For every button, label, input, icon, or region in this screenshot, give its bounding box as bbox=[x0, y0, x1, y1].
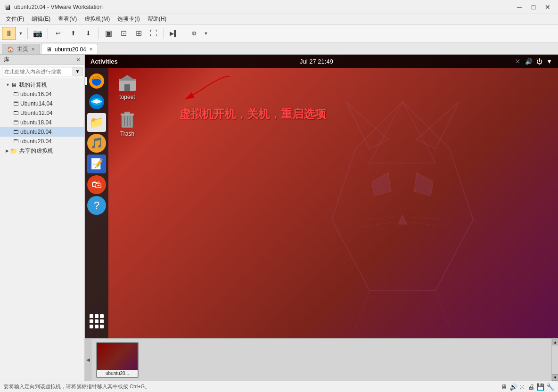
tree-item-label-ubuntu14: Ubuntu14.04 bbox=[20, 100, 53, 107]
svg-line-23 bbox=[410, 217, 440, 220]
pause-button[interactable]: ⏸ bbox=[2, 27, 16, 40]
tree-item-ubuntu18[interactable]: 🗔 ubuntu18.04 bbox=[0, 118, 84, 127]
svg-line-26 bbox=[435, 290, 450, 328]
menu-help[interactable]: 帮助(H) bbox=[144, 14, 171, 24]
toolbar: ⏸ ▼ 📷 ↩ ⬆ ⬇ ▣ ⊡ ⊞ ⛶ ▶▌ ⧉ ▼ bbox=[0, 24, 558, 42]
menu-tabs[interactable]: 选项卡(I) bbox=[114, 14, 143, 24]
tree-item-ubuntu14[interactable]: 🗔 Ubuntu14.04 bbox=[0, 99, 84, 108]
app-icon: 🖥 bbox=[4, 3, 11, 11]
fullscreen-button[interactable]: ⛶ bbox=[147, 27, 161, 40]
svg-marker-15 bbox=[369, 102, 435, 163]
stretch-button[interactable]: ⊞ bbox=[131, 27, 146, 40]
dock-thunderbird[interactable] bbox=[87, 92, 106, 111]
thumbnail-ubuntu20[interactable]: ubuntu20... bbox=[96, 342, 139, 378]
tree-item-ubuntu16[interactable]: 🗔 ubuntu16.04 bbox=[0, 90, 84, 99]
scroll-down-button[interactable]: ▼ bbox=[552, 374, 558, 381]
desktop-icon-trash[interactable]: Trash bbox=[111, 108, 144, 137]
status-icon-1: 🖥 bbox=[501, 383, 508, 391]
svg-rect-7 bbox=[124, 84, 130, 91]
tree-vm-icon-2: 🗔 bbox=[13, 101, 18, 106]
fit-guest-button[interactable]: ⊡ bbox=[116, 27, 131, 40]
tree-shared-icon: 📁 bbox=[10, 147, 17, 155]
dock-apps-grid[interactable] bbox=[87, 312, 106, 331]
tab-home-close[interactable]: ✕ bbox=[31, 47, 35, 52]
sidebar-close-button[interactable]: ✕ bbox=[76, 57, 81, 63]
console-button[interactable]: ▶▌ bbox=[167, 27, 181, 40]
sidebar-search: ▼ bbox=[0, 65, 84, 78]
search-dropdown[interactable]: ▼ bbox=[73, 67, 82, 76]
dock-firefox[interactable] bbox=[87, 72, 106, 90]
trash-label: Trash bbox=[120, 131, 134, 137]
ubuntu-desktop[interactable]: Activities Jul 27 21:49 ⛌ 🔊 ⏻ ▼ bbox=[85, 55, 558, 338]
trash-svg bbox=[117, 108, 138, 129]
dock-writer[interactable]: 📝 bbox=[87, 155, 106, 173]
status-icon-2: 🔊 bbox=[509, 383, 517, 391]
pause-dropdown[interactable]: ▼ bbox=[17, 27, 25, 40]
grid-dot-3 bbox=[100, 314, 104, 318]
unity-button[interactable]: ⧉ bbox=[187, 27, 201, 40]
dock-rhythmbox[interactable]: 🎵 bbox=[87, 134, 106, 153]
unity-dropdown[interactable]: ▼ bbox=[202, 27, 210, 40]
menu-edit[interactable]: 编辑(E) bbox=[28, 14, 54, 24]
desktop-icon-home[interactable]: topeet bbox=[111, 71, 144, 100]
separator-1 bbox=[27, 28, 28, 39]
home-folder-svg bbox=[117, 71, 138, 92]
sidebar-title: 库 bbox=[4, 56, 9, 64]
dock-active-indicator bbox=[85, 77, 87, 85]
tree-root[interactable]: ▼ 🖥 我的计算机 bbox=[0, 80, 84, 90]
scroll-up-button[interactable]: ▲ bbox=[552, 339, 558, 345]
menu-file[interactable]: 文件(F) bbox=[2, 14, 28, 24]
tab-ubuntu[interactable]: 🖥 ubuntu20.04 ✕ bbox=[41, 44, 98, 54]
main-area: 库 ✕ ▼ ▼ 🖥 我的计算机 🗔 ubuntu16.04 🗔 U bbox=[0, 55, 558, 381]
menu-bar: 文件(F) 编辑(E) 查看(V) 虚拟机(M) 选项卡(I) 帮助(H) bbox=[0, 14, 558, 24]
sidebar: 库 ✕ ▼ ▼ 🖥 我的计算机 🗔 ubuntu16.04 🗔 U bbox=[0, 55, 85, 381]
tree-item-ubuntu20-1[interactable]: 🗔 ubuntu20.04 bbox=[0, 127, 84, 137]
tree-root-arrow: ▼ bbox=[6, 82, 10, 87]
tree-root-icon: 🖥 bbox=[11, 82, 17, 89]
grid-dot-4 bbox=[90, 319, 93, 323]
tree-item-label-ubuntu12: Ubuntu12.04 bbox=[20, 110, 53, 116]
maximize-button[interactable]: □ bbox=[527, 2, 540, 12]
separator-2 bbox=[48, 28, 48, 39]
resume-button[interactable]: ⬇ bbox=[81, 27, 95, 40]
svg-marker-6 bbox=[119, 75, 136, 81]
ubuntu-tab-icon: 🖥 bbox=[46, 46, 52, 53]
revert-button[interactable]: ↩ bbox=[51, 27, 65, 40]
tree-item-label-ubuntu20-1: ubuntu20.04 bbox=[20, 129, 52, 135]
separator-3 bbox=[98, 28, 98, 39]
ubuntu-dock: 📁 🎵 📝 🛍 ? bbox=[85, 68, 108, 338]
cat-illustration bbox=[285, 78, 520, 337]
fit-window-button[interactable]: ▣ bbox=[101, 27, 115, 40]
snapshot-button[interactable]: 📷 bbox=[31, 27, 45, 40]
status-bar: 要将输入定向到该虚拟机，请将鼠标指针移入其中或按 Ctrl+G。 🖥 🔊 ⛌ 🖨… bbox=[0, 381, 558, 392]
scroll-track bbox=[552, 345, 558, 374]
minimize-button[interactable]: ─ bbox=[513, 2, 526, 12]
dock-help[interactable]: ? bbox=[87, 196, 106, 215]
menu-vm[interactable]: 虚拟机(M) bbox=[81, 14, 114, 24]
tree-vm-icon-6: 🗔 bbox=[13, 139, 18, 144]
tree-item-ubuntu12[interactable]: 🗔 Ubuntu12.04 bbox=[0, 108, 84, 118]
tree-item-ubuntu20-2[interactable]: 🗔 ubuntu20.04 bbox=[0, 137, 84, 146]
tree-item-shared[interactable]: ▶ 📁 共享的虚拟机 bbox=[0, 146, 84, 155]
tab-ubuntu-close[interactable]: ✕ bbox=[89, 47, 93, 52]
network-icon: ⛌ bbox=[515, 58, 521, 65]
close-button[interactable]: ✕ bbox=[541, 2, 554, 12]
apps-grid-dots bbox=[90, 314, 104, 328]
separator-4 bbox=[164, 28, 164, 39]
svg-line-21 bbox=[365, 217, 395, 220]
tree-vm-icon-5: 🗔 bbox=[13, 129, 18, 135]
dock-appstore[interactable]: 🛍 bbox=[87, 175, 106, 194]
activities-button[interactable]: Activities bbox=[90, 58, 118, 65]
svg-line-27 bbox=[308, 220, 332, 243]
menu-view[interactable]: 查看(V) bbox=[54, 14, 81, 24]
grid-dot-2 bbox=[95, 314, 98, 318]
thumbnail-scroll-left[interactable]: ◀ bbox=[85, 339, 91, 381]
tab-home[interactable]: 🏠 主页 ✕ bbox=[2, 44, 40, 54]
suspend-button[interactable]: ⬆ bbox=[66, 27, 80, 40]
status-icon-6: 🔧 bbox=[546, 383, 554, 391]
search-input[interactable] bbox=[2, 67, 73, 76]
dock-files[interactable]: 📁 bbox=[87, 113, 106, 132]
tree-vm-icon-4: 🗔 bbox=[13, 120, 18, 125]
tree-root-label: 我的计算机 bbox=[19, 81, 47, 89]
home-tab-icon: 🏠 bbox=[7, 46, 14, 53]
